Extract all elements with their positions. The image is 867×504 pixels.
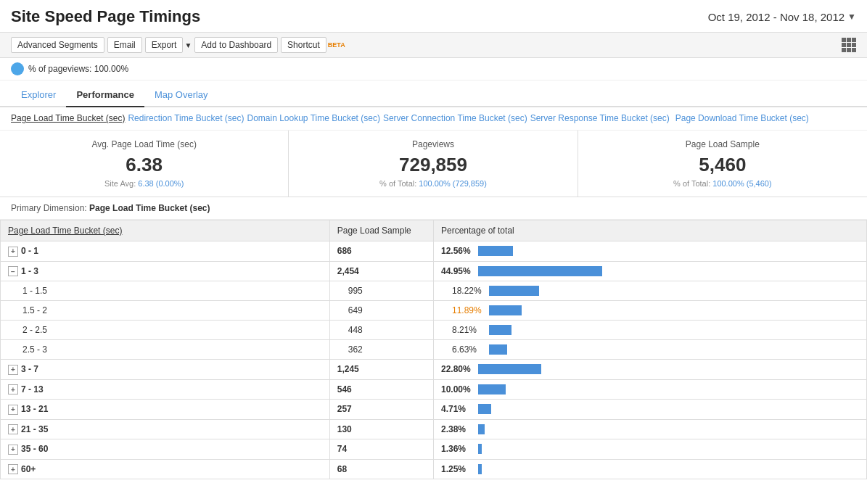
col-header-bucket[interactable]: Page Load Time Bucket (sec) bbox=[1, 220, 330, 241]
date-range[interactable]: Oct 19, 2012 - Nov 18, 2012 ▼ bbox=[708, 11, 856, 23]
cell-bucket: +35 - 60 bbox=[1, 439, 330, 460]
cell-pct: 12.56% bbox=[433, 241, 866, 262]
export-arrow-icon: ▼ bbox=[184, 41, 192, 49]
tab-explorer[interactable]: Explorer bbox=[11, 83, 66, 107]
table-row: 2 - 2.54488.21% bbox=[1, 321, 867, 340]
table-row: +0 - 168612.56% bbox=[1, 241, 867, 262]
date-range-text: Oct 19, 2012 - Nov 18, 2012 bbox=[708, 11, 845, 23]
beta-badge: BETA bbox=[328, 41, 345, 49]
cell-bucket: +0 - 1 bbox=[1, 241, 330, 262]
bar-chart-bar bbox=[478, 444, 482, 454]
cell-pct: 2.38% bbox=[433, 419, 866, 439]
cell-bucket: 2.5 - 3 bbox=[1, 340, 330, 360]
shortcut-button[interactable]: Shortcut bbox=[281, 37, 326, 53]
add-to-dashboard-button[interactable]: Add to Dashboard bbox=[194, 37, 278, 53]
cell-bucket: 2 - 2.5 bbox=[1, 321, 330, 340]
cell-pct: 6.63% bbox=[433, 340, 866, 360]
filter-text: % of pageviews: 100.00% bbox=[28, 64, 128, 74]
table-row: +35 - 60741.36% bbox=[1, 439, 867, 460]
cell-bucket: −1 - 3 bbox=[1, 261, 330, 281]
export-button[interactable]: Export bbox=[145, 37, 184, 53]
col-header-sample: Page Load Sample bbox=[329, 220, 433, 241]
cell-pct: 4.71% bbox=[433, 400, 866, 420]
expand-button[interactable]: + bbox=[8, 464, 18, 474]
metric-page-load-sample-label: Page Load Sample bbox=[593, 139, 852, 149]
pie-chart-icon bbox=[11, 62, 24, 75]
cell-sample: 130 bbox=[329, 419, 433, 439]
bar-chart-bar bbox=[478, 424, 485, 434]
metric-avg-page-load-sub: Site Avg: 6.38 (0.00%) bbox=[15, 179, 274, 188]
pct-text: 8.21% bbox=[452, 325, 485, 335]
bar-chart-bar bbox=[489, 286, 539, 296]
expand-button[interactable]: + bbox=[8, 424, 18, 434]
table-row: +60+681.25% bbox=[1, 459, 867, 479]
expand-button[interactable]: + bbox=[8, 247, 18, 257]
cell-pct: 11.89% bbox=[433, 301, 866, 321]
tab-map-overlay[interactable]: Map Overlay bbox=[144, 83, 218, 107]
cell-bucket: 1.5 - 2 bbox=[1, 301, 330, 321]
cell-pct: 22.80% bbox=[433, 360, 866, 380]
tab-bar: Explorer Performance Map Overlay bbox=[0, 83, 867, 107]
dim-link-page-download[interactable]: Page Download Time Bucket (sec) bbox=[675, 113, 809, 124]
cell-sample: 995 bbox=[329, 281, 433, 301]
dim-link-domain-lookup[interactable]: Domain Lookup Time Bucket (sec) bbox=[247, 113, 379, 124]
toolbar: Advanced Segments Email Export ▼ Add to … bbox=[0, 33, 867, 58]
table-row: 2.5 - 33626.63% bbox=[1, 340, 867, 360]
dim-link-page-load[interactable]: Page Load Time Bucket (sec) bbox=[11, 113, 125, 124]
table-row: +13 - 212574.71% bbox=[1, 400, 867, 420]
tab-performance[interactable]: Performance bbox=[66, 83, 144, 107]
table-row: 1.5 - 264911.89% bbox=[1, 301, 867, 321]
bar-chart-bar bbox=[478, 404, 491, 414]
pct-text: 11.89% bbox=[452, 305, 485, 315]
cell-bucket: +60+ bbox=[1, 459, 330, 479]
collapse-button[interactable]: − bbox=[8, 266, 18, 276]
expand-button[interactable]: + bbox=[8, 365, 18, 375]
metric-pageviews-value: 729,859 bbox=[303, 154, 562, 176]
bar-chart-bar bbox=[478, 266, 602, 276]
page-title: Site Speed Page Timings bbox=[11, 7, 200, 26]
metrics-summary: Avg. Page Load Time (sec) 6.38 Site Avg:… bbox=[0, 131, 867, 197]
cell-bucket: +7 - 13 bbox=[1, 379, 330, 400]
cell-bucket: +13 - 21 bbox=[1, 400, 330, 420]
pct-text: 4.71% bbox=[441, 404, 474, 414]
table-row: +3 - 71,24522.80% bbox=[1, 360, 867, 380]
pct-text: 1.36% bbox=[441, 444, 474, 454]
metric-avg-page-load: Avg. Page Load Time (sec) 6.38 Site Avg:… bbox=[0, 131, 289, 197]
cell-pct: 10.00% bbox=[433, 379, 866, 400]
bar-chart-bar bbox=[478, 384, 506, 394]
email-button[interactable]: Email bbox=[107, 37, 142, 53]
cell-sample: 362 bbox=[329, 340, 433, 360]
metric-page-load-sample-value: 5,460 bbox=[593, 154, 852, 176]
bar-chart-bar bbox=[478, 464, 482, 474]
bar-chart-bar bbox=[478, 364, 541, 374]
table-row: −1 - 32,45444.95% bbox=[1, 261, 867, 281]
dim-link-server-connection[interactable]: Server Connection Time Bucket (sec) bbox=[383, 113, 527, 124]
dim-link-redirection[interactable]: Redirection Time Bucket (sec) bbox=[128, 113, 244, 124]
cell-sample: 257 bbox=[329, 400, 433, 420]
pct-text: 6.63% bbox=[452, 344, 485, 355]
cell-bucket: 1 - 1.5 bbox=[1, 281, 330, 301]
metric-avg-page-load-value: 6.38 bbox=[15, 154, 274, 176]
pct-text: 10.00% bbox=[441, 384, 474, 394]
cell-pct: 8.21% bbox=[433, 321, 866, 340]
cell-sample: 2,454 bbox=[329, 261, 433, 281]
cell-pct: 1.36% bbox=[433, 439, 866, 460]
top-header: Site Speed Page Timings Oct 19, 2012 - N… bbox=[0, 0, 867, 33]
metric-avg-page-load-label: Avg. Page Load Time (sec) bbox=[15, 139, 274, 149]
pct-text: 44.95% bbox=[441, 266, 474, 276]
data-table-container: Page Load Time Bucket (sec) Page Load Sa… bbox=[0, 220, 867, 494]
expand-button[interactable]: + bbox=[8, 384, 18, 394]
table-row: +21 - 351302.38% bbox=[1, 419, 867, 439]
dim-link-server-response[interactable]: Server Response Time Bucket (sec) bbox=[530, 113, 670, 124]
advanced-segments-button[interactable]: Advanced Segments bbox=[11, 37, 104, 53]
table-row: +7 - 1354610.00% bbox=[1, 379, 867, 400]
grid-view-icon[interactable] bbox=[842, 38, 856, 52]
pct-text: 1.25% bbox=[441, 464, 474, 474]
cell-sample: 74 bbox=[329, 439, 433, 460]
expand-button[interactable]: + bbox=[8, 405, 18, 415]
export-dropdown[interactable]: Export ▼ bbox=[145, 37, 192, 53]
metric-pageviews-label: Pageviews bbox=[303, 139, 562, 149]
cell-pct: 1.25% bbox=[433, 459, 866, 479]
expand-button[interactable]: + bbox=[8, 445, 18, 455]
primary-dimension: Primary Dimension: Page Load Time Bucket… bbox=[0, 197, 867, 220]
